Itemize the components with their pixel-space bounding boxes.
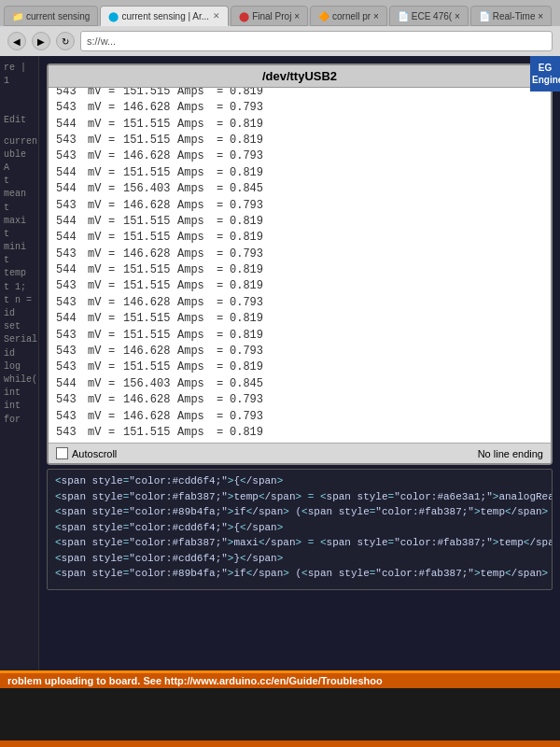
eq2: =	[217, 148, 230, 164]
sidebar-item: t n =	[4, 294, 35, 307]
tab-cornell[interactable]: 🔶 cornell pr ×	[310, 6, 387, 26]
eq1: =	[108, 133, 123, 148]
row-num: 543	[56, 88, 88, 100]
eq1: =	[108, 214, 123, 230]
amps-label: Amps	[177, 181, 217, 197]
mv-val: 151.515	[123, 214, 177, 230]
main-area: re | 1 Edit curren uble A t mean t maxi …	[0, 56, 560, 747]
sidebar-item: Serial	[4, 333, 35, 346]
sidebar-item: t maxi	[4, 202, 35, 228]
serial-row: 543mV=146.628Amps=0.793	[56, 409, 543, 425]
eq2: =	[217, 409, 230, 425]
amps-val: 0.819	[230, 311, 267, 327]
row-num: 544	[56, 181, 88, 197]
row-num: 543	[56, 133, 88, 148]
row-num: 543	[56, 409, 88, 425]
amps-val: 0.793	[230, 247, 267, 262]
row-num: 544	[56, 214, 88, 230]
mv-val: 151.515	[123, 328, 177, 344]
tab-current-sensing[interactable]: 📁 current sensing	[4, 6, 98, 26]
address-input[interactable]: s://w...	[80, 31, 553, 51]
back-button[interactable]: ◀	[7, 32, 26, 50]
amps-val: 0.793	[230, 198, 267, 214]
amps-val: 0.845	[230, 181, 267, 197]
eq2: =	[217, 262, 230, 278]
tab-arduino[interactable]: ⬤ current sensing | Ar... ✕	[100, 6, 229, 26]
serial-toolbar: Autoscroll No line ending	[49, 443, 551, 463]
mv-label: mV	[88, 230, 108, 246]
amps-val: 0.819	[230, 230, 267, 246]
mv-val: 156.403	[123, 181, 177, 197]
amps-val: 0.793	[230, 409, 267, 425]
mv-val: 146.628	[123, 198, 177, 214]
row-num: 544	[56, 165, 88, 181]
tab-label-4: cornell pr ×	[332, 11, 379, 21]
mv-val: 151.515	[123, 425, 177, 441]
serial-row: 544mV=151.515Amps=0.819	[56, 230, 543, 246]
sidebar-content: re | 1 Edit curren uble A t mean t maxi …	[0, 60, 38, 429]
code-line: <span style="color:#cdd6f4;">{</span>	[55, 520, 544, 536]
mv-label: mV	[88, 148, 108, 164]
amps-label: Amps	[177, 198, 217, 214]
eq1: =	[108, 181, 123, 197]
sidebar-item: id set	[4, 307, 35, 333]
amps-label: Amps	[177, 376, 217, 392]
amps-val: 0.819	[230, 328, 267, 344]
sidebar-item: t temp	[4, 254, 35, 280]
autoscroll-checkbox[interactable]	[56, 447, 68, 459]
eg-engine-button[interactable]: EGEngine	[530, 56, 560, 92]
row-num: 544	[56, 311, 88, 327]
tab-realtime[interactable]: 📄 Real-Time ×	[470, 6, 552, 26]
eq2: =	[217, 165, 230, 181]
code-editor[interactable]: <span style="color:#cdd6f4;">{</span> <s…	[47, 469, 553, 590]
mv-val: 151.515	[123, 133, 177, 148]
amps-label: Amps	[177, 425, 217, 441]
serial-output[interactable]: 543mV=146.628Amps=0.793543mV=151.515Amps…	[49, 88, 551, 443]
refresh-button[interactable]: ↻	[56, 32, 75, 50]
eq1: =	[108, 425, 123, 441]
amps-label: Amps	[177, 133, 217, 148]
row-num: 543	[56, 295, 88, 311]
amps-label: Amps	[177, 88, 217, 100]
mv-val: 151.515	[123, 359, 177, 375]
mv-label: mV	[88, 247, 108, 262]
tab-final-proj[interactable]: ⬤ Final Proj ×	[231, 6, 308, 26]
row-num: 543	[56, 392, 88, 408]
eq2: =	[217, 181, 230, 197]
mv-label: mV	[88, 409, 108, 425]
serial-row: 544mV=151.515Amps=0.819	[56, 165, 543, 181]
autoscroll-label: Autoscroll	[72, 448, 117, 459]
mv-label: mV	[88, 425, 108, 441]
serial-row: 544mV=151.515Amps=0.819	[56, 262, 543, 278]
eq1: =	[108, 148, 123, 164]
code-line: <span style="color:#fab387;">maxi</span>…	[55, 535, 544, 551]
eq2: =	[217, 295, 230, 311]
mv-label: mV	[88, 214, 108, 230]
mv-val: 156.403	[123, 376, 177, 392]
mv-val: 151.515	[123, 117, 177, 133]
row-num: 543	[56, 198, 88, 214]
row-num: 544	[56, 117, 88, 133]
eq1: =	[108, 262, 123, 278]
sidebar-item: for	[4, 414, 35, 427]
eq2: =	[217, 359, 230, 375]
mv-label: mV	[88, 376, 108, 392]
mv-val: 146.628	[123, 295, 177, 311]
forward-button[interactable]: ▶	[32, 32, 50, 50]
arduino-icon: ⬤	[108, 11, 119, 21]
row-num: 543	[56, 328, 88, 344]
mv-val: 146.628	[123, 100, 177, 116]
tab-close-icon[interactable]: ✕	[213, 11, 220, 21]
amps-val: 0.819	[230, 214, 267, 230]
amps-label: Amps	[177, 328, 217, 344]
code-line: <span style="color:#fab387;">temp</span>…	[55, 489, 544, 505]
amps-val: 0.793	[230, 392, 267, 408]
amps-label: Amps	[177, 359, 217, 375]
eq1: =	[108, 117, 123, 133]
mv-val: 146.628	[123, 247, 177, 262]
eq1: =	[108, 230, 123, 246]
tab-ece[interactable]: 📄 ECE 476( ×	[389, 6, 469, 26]
eq1: =	[108, 165, 123, 181]
code-line: <span style="color:#89b4fa;">if</span> (…	[55, 504, 544, 520]
amps-val: 0.793	[230, 100, 267, 116]
